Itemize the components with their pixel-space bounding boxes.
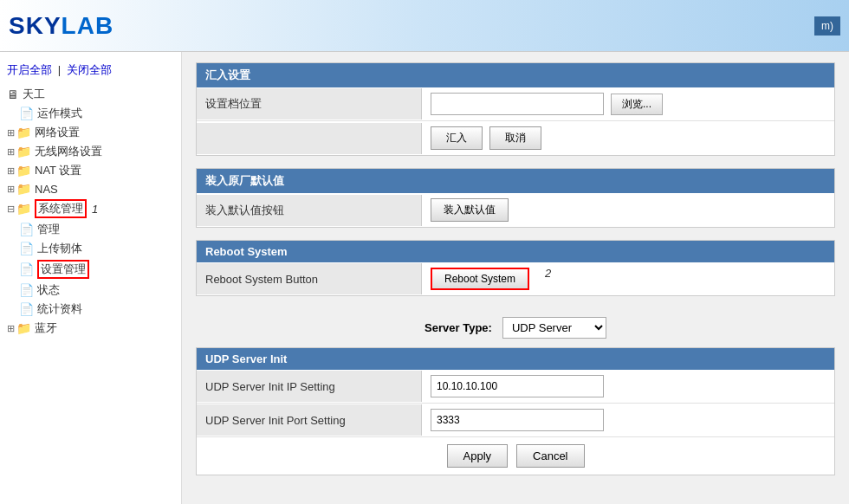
sidebar-item-nat[interactable]: ⊞ 📁 NAT 设置 (0, 161, 181, 180)
sidebar-top-links: 开启全部 | 关闭全部 (0, 59, 181, 85)
folder-icon5: 📁 (16, 202, 31, 216)
expand-icon: ⊞ (7, 127, 15, 139)
sidebar-item-tianyi[interactable]: 🖥 天工 (0, 85, 181, 104)
main-layout: 开启全部 | 关闭全部 🖥 天工 📄 运作模式 ⊞ 📁 网络设置 ⊞ 📁 无线网… (0, 52, 849, 504)
folder-icon4: 📁 (16, 182, 31, 196)
page-icon4: 📄 (19, 262, 34, 276)
expand-icon4: ⊞ (7, 184, 15, 195)
sidebar-item-guanli[interactable]: 📄 管理 (0, 220, 181, 239)
import-btn-label-spacer (197, 123, 422, 154)
load-defaults-button[interactable]: 装入默认值 (431, 198, 509, 222)
import-path-row: 设置档位置 浏览... (197, 87, 834, 121)
udp-ip-row: UDP Server Init IP Setting (197, 370, 834, 404)
page-icon: 📄 (19, 107, 34, 120)
sidebar-item-xitong[interactable]: ⊟ 📁 系统管理 1 (0, 197, 181, 220)
expand-icon2: ⊞ (7, 146, 15, 158)
sidebar-item-zhuangtai[interactable]: 📄 状态 (0, 281, 181, 300)
server-type-row: Server Type: UDP Server TCP Server (196, 308, 835, 347)
udp-port-value (422, 404, 834, 436)
expand-icon5: ⊟ (7, 204, 15, 215)
tongji-label: 统计资料 (37, 301, 82, 317)
import-path-input[interactable] (431, 93, 604, 115)
import-btn-value: 汇入 取消 (422, 121, 834, 155)
tianyi-label: 天工 (23, 87, 45, 102)
xitong-label: 系统管理 (35, 199, 87, 218)
factory-row: 装入默认值按钮 装入默认值 (197, 193, 834, 227)
import-path-value: 浏览... (422, 87, 834, 120)
udp-ip-label: UDP Server Init IP Setting (197, 371, 422, 402)
shangchuan-label: 上传韧体 (37, 241, 82, 256)
sidebar-item-yunzuo[interactable]: 📄 运作模式 (0, 104, 181, 123)
header: SKYLAB m) (0, 0, 849, 52)
sidebar: 开启全部 | 关闭全部 🖥 天工 📄 运作模式 ⊞ 📁 网络设置 ⊞ 📁 无线网… (0, 52, 182, 504)
reboot-section: Reboot System Reboot System Button Reboo… (196, 240, 835, 296)
reboot-row: Reboot System Button Reboot System 2 (197, 262, 834, 295)
import-path-label: 设置档位置 (197, 88, 422, 120)
import-cancel-button[interactable]: 取消 (489, 126, 541, 150)
server-type-select[interactable]: UDP Server TCP Server (502, 317, 606, 339)
separator: | (58, 63, 61, 76)
import-button[interactable]: 汇入 (431, 126, 483, 150)
zhuangtai-label: 状态 (37, 282, 60, 298)
wuxian-label: 无线网络设置 (35, 144, 102, 159)
shezhi-label: 设置管理 (37, 260, 89, 279)
udp-section-header: UDP Server Init (197, 348, 834, 370)
lanya-label: 蓝牙 (35, 320, 57, 336)
yunzuo-label: 运作模式 (37, 106, 82, 121)
computer-icon: 🖥 (7, 87, 19, 101)
page-icon3: 📄 (19, 242, 34, 255)
page-icon6: 📄 (19, 302, 34, 316)
import-section-header: 汇入设置 (197, 63, 834, 87)
factory-section-header: 装入原厂默认值 (197, 169, 834, 193)
server-type-label: Server Type: (424, 321, 492, 334)
wangluo-label: 网络设置 (35, 125, 80, 140)
sidebar-item-wangluo[interactable]: ⊞ 📁 网络设置 (0, 123, 181, 142)
expand-icon6: ⊞ (7, 323, 15, 334)
cancel-button[interactable]: Cancel (516, 444, 584, 468)
close-all-link[interactable]: 关闭全部 (67, 63, 112, 76)
header-user-info: m) (814, 16, 840, 36)
udp-port-label: UDP Server Init Port Setting (197, 404, 422, 436)
udp-ip-input[interactable] (431, 375, 604, 397)
logo-text2: LAB (62, 12, 114, 39)
sidebar-item-tongji[interactable]: 📄 统计资料 (0, 300, 181, 319)
import-btn-row: 汇入 取消 (197, 121, 834, 155)
sidebar-item-shangchuan[interactable]: 📄 上传韧体 (0, 239, 181, 258)
udp-port-input[interactable] (431, 409, 604, 431)
factory-section: 装入原厂默认值 装入默认值按钮 装入默认值 (196, 168, 835, 228)
udp-ip-value (422, 370, 834, 403)
apply-button[interactable]: Apply (447, 444, 509, 468)
folder-icon: 📁 (16, 126, 31, 139)
nat-label: NAT 设置 (35, 163, 81, 178)
udp-bottom-buttons: Apply Cancel (197, 437, 834, 475)
folder-icon3: 📁 (16, 164, 31, 178)
reboot-row-value: Reboot System 2 (422, 262, 834, 295)
expand-icon3: ⊞ (7, 165, 15, 177)
logo: SKYLAB (9, 12, 113, 40)
sidebar-item-lanya[interactable]: ⊞ 📁 蓝牙 (0, 319, 181, 338)
content-area: 汇入设置 设置档位置 浏览... 汇入 取消 装入原厂默认值 装入默认值按钮 (182, 52, 849, 504)
browse-button[interactable]: 浏览... (611, 94, 663, 115)
annotation-2: 2 (545, 266, 551, 279)
folder-icon6: 📁 (16, 321, 31, 335)
page-icon2: 📄 (19, 223, 34, 236)
reboot-section-header: Reboot System (197, 241, 834, 262)
udp-port-row: UDP Server Init Port Setting (197, 404, 834, 437)
factory-row-label: 装入默认值按钮 (197, 195, 422, 226)
folder-icon2: 📁 (16, 145, 31, 158)
page-icon5: 📄 (19, 283, 34, 297)
sidebar-item-wuxian[interactable]: ⊞ 📁 无线网络设置 (0, 142, 181, 161)
nas-label: NAS (35, 183, 58, 196)
guanli-label: 管理 (37, 222, 60, 237)
sidebar-item-shezhi[interactable]: 📄 设置管理 (0, 258, 181, 281)
reboot-row-label: Reboot System Button (197, 263, 422, 294)
import-section: 汇入设置 设置档位置 浏览... 汇入 取消 (196, 62, 835, 156)
open-all-link[interactable]: 开启全部 (7, 63, 52, 76)
udp-section: UDP Server Init UDP Server Init IP Setti… (196, 347, 835, 475)
factory-row-value: 装入默认值 (422, 193, 834, 227)
reboot-system-button[interactable]: Reboot System (431, 268, 529, 290)
sidebar-item-nas[interactable]: ⊞ 📁 NAS (0, 180, 181, 197)
logo-text: SKY (9, 12, 62, 39)
annotation-1: 1 (92, 203, 98, 216)
